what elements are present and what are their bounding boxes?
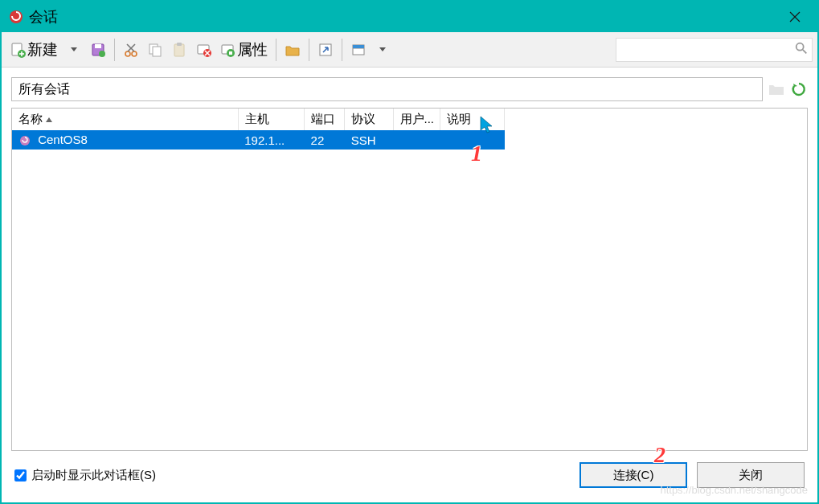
dialog-footer: 启动时显示此对话框(S) 连接(C) 关闭 — [11, 457, 808, 493]
new-button[interactable]: 新建 — [6, 36, 61, 64]
svg-rect-17 — [177, 43, 182, 46]
col-port[interactable]: 端口 — [305, 109, 345, 130]
show-at-startup-input[interactable] — [14, 469, 27, 481]
cell-user — [393, 130, 440, 150]
cut-button[interactable] — [120, 36, 142, 64]
refresh-icon[interactable] — [790, 80, 808, 98]
separator — [309, 39, 309, 61]
col-host[interactable]: 主机 — [238, 109, 304, 130]
cell-host: 192.1... — [238, 130, 304, 150]
search-box[interactable] — [616, 38, 813, 62]
path-row — [11, 77, 808, 101]
cell-name: CentOS8 — [38, 133, 88, 146]
shortcut-button[interactable] — [314, 36, 337, 64]
search-icon[interactable] — [794, 41, 809, 58]
save-button[interactable] — [87, 36, 109, 64]
cell-desc — [440, 130, 504, 150]
close-button[interactable]: 关闭 — [697, 462, 805, 488]
content-area: 名称 主机 端口 协议 用户... 说明 CentO — [2, 68, 817, 502]
table-row[interactable]: CentOS8 192.1... 22 SSH — [12, 130, 505, 150]
new-label: 新建 — [27, 39, 58, 60]
session-icon — [18, 134, 31, 147]
svg-rect-16 — [174, 44, 184, 56]
separator — [276, 39, 276, 61]
sort-asc-icon — [46, 117, 52, 122]
properties-label: 属性 — [237, 39, 268, 60]
toolbar: 新建 属性 — [2, 32, 817, 68]
connect-button[interactable]: 连接(C) — [579, 462, 687, 488]
cell-protocol: SSH — [345, 130, 393, 150]
svg-line-30 — [803, 50, 807, 54]
col-desc[interactable]: 说明 — [440, 109, 504, 130]
svg-rect-8 — [95, 44, 101, 48]
table-header-row: 名称 主机 端口 协议 用户... 说明 — [12, 109, 505, 130]
properties-button[interactable]: 属性 — [216, 36, 271, 64]
separator — [342, 39, 342, 61]
col-protocol[interactable]: 协议 — [345, 109, 393, 130]
copy-button[interactable] — [144, 36, 166, 64]
sessions-table-wrap: 名称 主机 端口 协议 用户... 说明 CentO — [11, 108, 808, 451]
view-dropdown[interactable] — [371, 36, 394, 64]
chevron-down-icon — [379, 47, 386, 51]
session-dialog: 会话 新建 属性 — [0, 0, 819, 504]
show-at-startup-label: 启动时显示此对话框(S) — [31, 468, 156, 483]
chevron-down-icon — [71, 47, 77, 51]
search-input[interactable] — [620, 43, 794, 56]
app-icon — [8, 9, 24, 25]
col-user[interactable]: 用户... — [393, 109, 440, 130]
svg-rect-15 — [153, 47, 161, 56]
svg-point-11 — [132, 51, 137, 56]
svg-point-29 — [796, 43, 804, 51]
svg-rect-24 — [229, 51, 232, 55]
view-button[interactable] — [347, 36, 370, 64]
sessions-table: 名称 主机 端口 协议 用户... 说明 CentO — [12, 109, 505, 150]
close-window-button[interactable] — [779, 2, 811, 32]
svg-point-10 — [125, 51, 130, 56]
svg-point-9 — [99, 51, 105, 57]
delete-button[interactable] — [192, 36, 215, 64]
titlebar: 会话 — [2, 2, 817, 32]
path-input[interactable] — [11, 77, 763, 101]
svg-rect-28 — [353, 45, 364, 48]
browse-folder-icon[interactable] — [768, 80, 785, 98]
paste-button[interactable] — [168, 36, 190, 64]
separator — [114, 39, 115, 61]
folder-button[interactable] — [281, 36, 304, 64]
col-name[interactable]: 名称 — [12, 109, 238, 130]
cell-port: 22 — [305, 130, 345, 150]
new-dropdown[interactable] — [63, 36, 85, 64]
show-at-startup-checkbox[interactable]: 启动时显示此对话框(S) — [14, 468, 156, 483]
window-title: 会话 — [29, 7, 779, 27]
